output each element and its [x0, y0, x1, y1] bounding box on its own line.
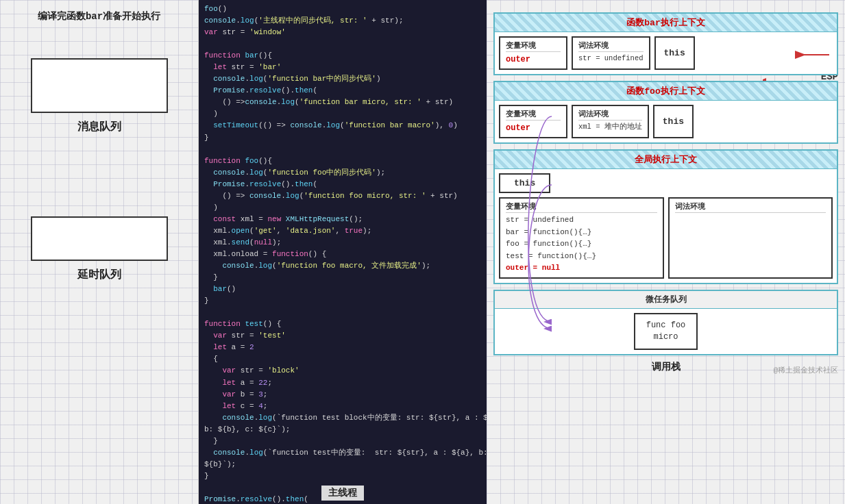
right-panel: ESP 函数bar执行上下文 变量环境 outer 词法环境 s [487, 0, 845, 504]
global-context-box: 全局执行上下文 this 变量环境 str = undefined bar = … [493, 149, 838, 284]
micro-queue-body: func foomicro [495, 309, 837, 354]
watermark: @稀土掘金技术社区 [773, 365, 838, 375]
global-var-env-title: 变量环境 [506, 201, 657, 213]
call-stack-area: ESP 函数bar执行上下文 变量环境 outer 词法环境 s [487, 0, 845, 379]
left-panel: 编译完函数bar准备开始执行 消息队列 延时队列 [0, 0, 199, 504]
micro-queue-item: func foomicro [634, 313, 698, 350]
bar-lex-env-box: 词法环境 str = undefined [572, 36, 650, 70]
code-panel: foo() console.log('主线程中的同步代码, str: ' + s… [199, 0, 487, 504]
global-lex-env-box: 词法环境 [668, 197, 833, 279]
foo-lex-env-box: 词法环境 xml = 堆中的地址 [572, 105, 649, 138]
foo-var-env-box: 变量环境 outer [499, 105, 567, 138]
global-env-row: 变量环境 str = undefined bar = function(){…}… [499, 197, 833, 279]
global-this-row: this [499, 173, 833, 193]
global-ctx-body: this 变量环境 str = undefined bar = function… [495, 169, 837, 283]
foo-var-env-title: 变量环境 [506, 109, 561, 121]
bar-lex-env-title: 词法环境 [578, 40, 644, 52]
main-container: 编译完函数bar准备开始执行 消息队列 延时队列 foo() console.l… [0, 0, 845, 504]
foo-var-env-content: outer [506, 122, 561, 134]
foo-ctx-title: 函数foo执行上下文 [495, 82, 837, 101]
bar-var-env-box: 变量环境 outer [499, 36, 567, 70]
foo-lex-env-content: xml = 堆中的地址 [578, 122, 642, 133]
message-queue-label: 消息队列 [31, 120, 168, 134]
code-bottom-label: 主线程 [321, 486, 364, 501]
global-var-env-box: 变量环境 str = undefined bar = function(){…}… [499, 197, 664, 279]
bar-context-box: 函数bar执行上下文 变量环境 outer 词法环境 str = undefin… [493, 12, 838, 75]
delay-queue-box [31, 216, 168, 261]
bar-this-box: this [654, 36, 695, 70]
micro-queue-title: 微任务队列 [495, 291, 837, 309]
foo-context-box: 函数foo执行上下文 变量环境 outer 词法环境 xml = 堆中的地址 t… [493, 81, 838, 144]
micro-task-queue: 微任务队列 func foomicro [493, 290, 838, 355]
foo-lex-env-title: 词法环境 [578, 109, 642, 121]
delay-queue-label: 延时队列 [31, 268, 168, 282]
left-title: 编译完函数bar准备开始执行 [38, 10, 160, 24]
global-ctx-title: 全局执行上下文 [495, 151, 837, 169]
foo-this-box: this [653, 105, 694, 138]
global-this-box: this [499, 173, 550, 193]
bar-lex-env-content: str = undefined [578, 53, 644, 64]
bar-ctx-title: 函数bar执行上下文 [495, 14, 837, 32]
bar-var-env-content: outer [506, 53, 561, 66]
bar-ctx-body: 变量环境 outer 词法环境 str = undefined this [495, 32, 837, 74]
message-queue-box [31, 58, 168, 113]
bar-var-env-title: 变量环境 [506, 40, 561, 52]
global-lex-env-title: 词法环境 [675, 201, 826, 213]
global-var-env-lines: str = undefined bar = function(){…} foo … [506, 214, 657, 275]
foo-ctx-body: 变量环境 outer 词法环境 xml = 堆中的地址 this [495, 101, 837, 142]
code-content: foo() console.log('主线程中的同步代码, str: ' + s… [199, 0, 487, 504]
